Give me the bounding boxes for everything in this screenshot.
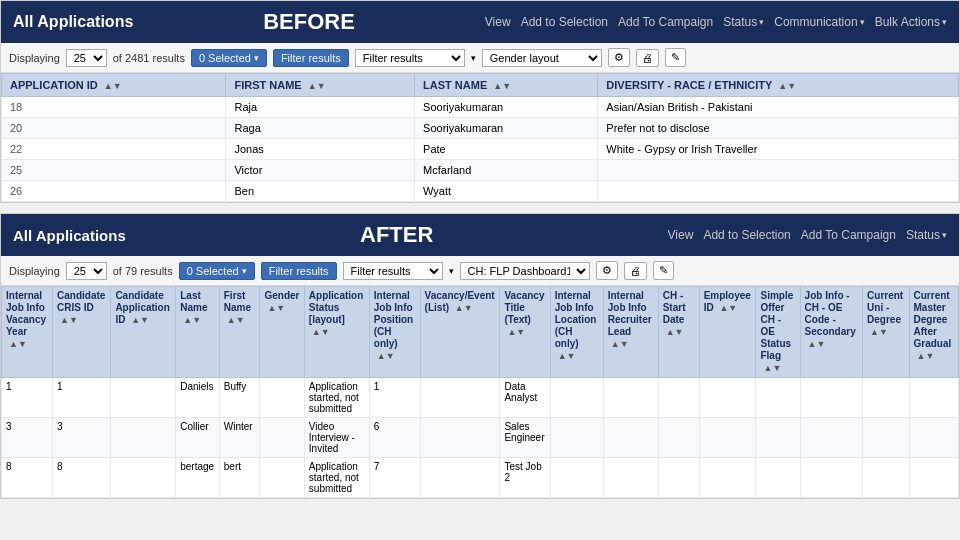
before-panel: All Applications BEFORE View Add to Sele… — [0, 0, 960, 203]
print-icon-btn[interactable]: 🖨 — [636, 49, 659, 67]
after-nav-add-to-campaign[interactable]: Add To Campaign — [801, 228, 896, 242]
cell-vacancy-event — [420, 418, 500, 458]
cell-vacancy-year: 3 — [2, 418, 53, 458]
cell-app-status: Application started, not submitted — [304, 458, 369, 498]
cell-last-name: Sooriyakumaran — [415, 97, 598, 118]
filter-results-btn[interactable]: Filter results — [273, 49, 349, 67]
sort-icon: ▲▼ — [778, 81, 796, 91]
layout-select[interactable]: Gender layout — [482, 49, 602, 67]
after-table-container: Internal Job Info Vacancy Year ▲▼ Candid… — [1, 286, 959, 498]
cell-location — [550, 458, 603, 498]
table-row[interactable]: 1 1 Daniels Buffy Application started, n… — [2, 378, 959, 418]
filter-select[interactable]: Filter results — [355, 49, 465, 67]
col-master-degree: Current Master Degree After Gradual ▲▼ — [909, 287, 958, 378]
before-nav: View Add to Selection Add To Campaign St… — [485, 15, 947, 29]
cell-vacancy-title: Sales Engineer — [500, 418, 550, 458]
cell-position: 7 — [369, 458, 420, 498]
cell-vacancy-title: Test Job 2 — [500, 458, 550, 498]
after-results-count: of 79 results — [113, 265, 173, 277]
communication-caret-icon: ▾ — [860, 17, 865, 27]
nav-bulk-actions-btn[interactable]: Bulk Actions ▾ — [875, 15, 947, 29]
col-start-date: CH - Start Date ▲▼ — [658, 287, 699, 378]
edit-icon-btn[interactable]: ✎ — [665, 48, 686, 67]
col-gender: Gender ▲▼ — [260, 287, 304, 378]
sort-icon: ▲▼ — [455, 303, 473, 313]
cell-last-name: Sooriyakumaran — [415, 118, 598, 139]
after-print-icon-btn[interactable]: 🖨 — [624, 262, 647, 280]
selected-caret-icon: ▾ — [254, 53, 259, 63]
cell-oe-code — [800, 378, 862, 418]
cell-diversity: Prefer not to disclose — [598, 118, 959, 139]
cell-vacancy-event — [420, 458, 500, 498]
col-first-name: FIRST NAME ▲▼ — [226, 74, 415, 97]
cell-oe-code — [800, 418, 862, 458]
after-selected-btn[interactable]: 0 Selected ▾ — [179, 262, 255, 280]
col-vacancy-year: Internal Job Info Vacancy Year ▲▼ — [2, 287, 53, 378]
table-row[interactable]: 8 8 bertage bert Application started, no… — [2, 458, 959, 498]
col-vacancy-title: Vacancy Title (Text) ▲▼ — [500, 287, 550, 378]
after-table-body: 1 1 Daniels Buffy Application started, n… — [2, 378, 959, 498]
cell-app-id — [111, 418, 176, 458]
cell-degree — [863, 458, 909, 498]
cell-last-name: bertage — [176, 458, 220, 498]
sort-icon: ▲▼ — [377, 351, 395, 361]
nav-view[interactable]: View — [485, 15, 511, 29]
cell-app-id: 18 — [2, 97, 226, 118]
cell-master-degree — [909, 378, 958, 418]
table-row[interactable]: 3 3 Collier Winter Video Interview - Inv… — [2, 418, 959, 458]
after-nav-view[interactable]: View — [668, 228, 694, 242]
nav-status-btn[interactable]: Status ▾ — [723, 15, 764, 29]
after-per-page-select[interactable]: 25 — [66, 262, 107, 280]
sort-icon: ▲▼ — [227, 315, 245, 325]
table-row[interactable]: 18 Raja Sooriyakumaran Asian/Asian Briti… — [2, 97, 959, 118]
filter-caret-icon: ▾ — [471, 53, 476, 63]
cell-start-date — [658, 458, 699, 498]
cell-diversity — [598, 160, 959, 181]
col-last-name: LAST NAME ▲▼ — [415, 74, 598, 97]
cell-last-name: Mcfarland — [415, 160, 598, 181]
table-row[interactable]: 22 Jonas Pate White - Gypsy or Irish Tra… — [2, 139, 959, 160]
col-recruiter: Internal Job Info Recruiter Lead ▲▼ — [603, 287, 658, 378]
after-nav-status-btn[interactable]: Status ▾ — [906, 228, 947, 242]
cell-gender — [260, 378, 304, 418]
col-candidate-app-id: Candidate Application ID ▲▼ — [111, 287, 176, 378]
after-nav-add-to-selection[interactable]: Add to Selection — [703, 228, 790, 242]
cell-first-name: Buffy — [219, 378, 260, 418]
cell-oe-code — [800, 458, 862, 498]
sort-icon: ▲▼ — [917, 351, 935, 361]
cell-degree — [863, 378, 909, 418]
cell-position: 1 — [369, 378, 420, 418]
cell-cris-id: 8 — [53, 458, 111, 498]
cell-app-id: 25 — [2, 160, 226, 181]
cell-first-name: Ben — [226, 181, 415, 202]
after-edit-icon-btn[interactable]: ✎ — [653, 261, 674, 280]
cell-vacancy-year: 8 — [2, 458, 53, 498]
after-layout-select[interactable]: CH: FLP Dashboard1 — [460, 262, 590, 280]
table-row[interactable]: 25 Victor Mcfarland — [2, 160, 959, 181]
sort-icon: ▲▼ — [666, 327, 684, 337]
nav-communication-btn[interactable]: Communication ▾ — [774, 15, 864, 29]
table-row[interactable]: 20 Raga Sooriyakumaran Prefer not to dis… — [2, 118, 959, 139]
cell-gender — [260, 458, 304, 498]
after-filter-select[interactable]: Filter results — [343, 262, 443, 280]
status-caret-icon: ▾ — [759, 17, 764, 27]
table-row[interactable]: 26 Ben Wyatt — [2, 181, 959, 202]
col-oe-code: Job Info - CH - OE Code - Secondary ▲▼ — [800, 287, 862, 378]
selected-btn[interactable]: 0 Selected ▾ — [191, 49, 267, 67]
sort-icon: ▲▼ — [312, 327, 330, 337]
cell-vacancy-event — [420, 378, 500, 418]
after-filter-results-btn[interactable]: Filter results — [261, 262, 337, 280]
sort-icon: ▲▼ — [558, 351, 576, 361]
col-diversity: DIVERSITY - RACE / ETHNICITY ▲▼ — [598, 74, 959, 97]
nav-add-to-campaign[interactable]: Add To Campaign — [618, 15, 713, 29]
cell-gender — [260, 418, 304, 458]
before-header: All Applications BEFORE View Add to Sele… — [1, 1, 959, 43]
cell-location — [550, 378, 603, 418]
after-settings-icon-btn[interactable]: ⚙ — [596, 261, 618, 280]
cell-employee-id — [699, 418, 756, 458]
per-page-select[interactable]: 25 — [66, 49, 107, 67]
sort-icon: ▲▼ — [493, 81, 511, 91]
before-table-body: 18 Raja Sooriyakumaran Asian/Asian Briti… — [2, 97, 959, 202]
settings-icon-btn[interactable]: ⚙ — [608, 48, 630, 67]
nav-add-to-selection[interactable]: Add to Selection — [521, 15, 608, 29]
